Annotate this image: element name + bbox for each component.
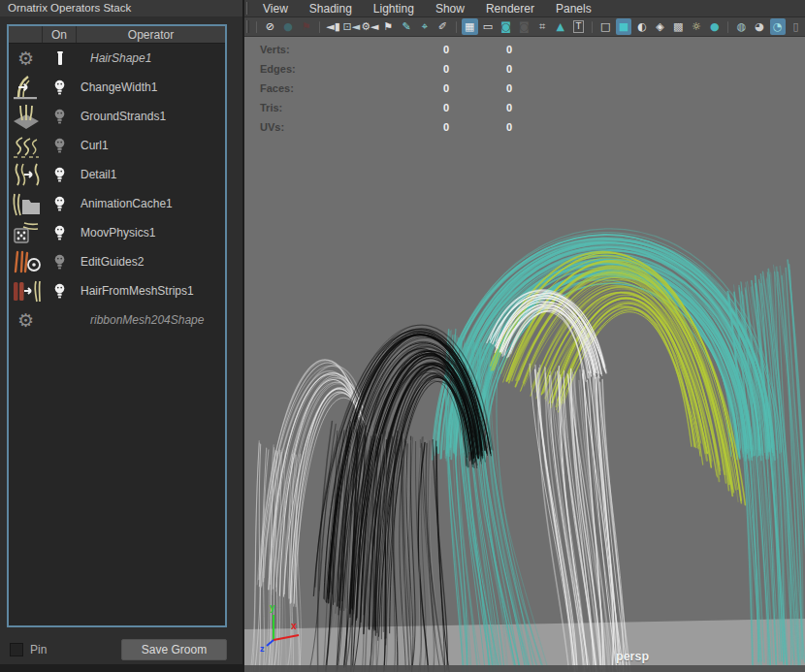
- menubar-drag-handle[interactable]: [246, 2, 249, 15]
- axis-x-label: x: [291, 621, 297, 631]
- motion-blur-icon[interactable]: ◕: [752, 18, 768, 35]
- toolbar-separator: [727, 21, 728, 33]
- operator-label: MoovPhysics1: [77, 226, 225, 240]
- operator-row-MoovPhysics1[interactable]: MoovPhysics1: [9, 218, 225, 247]
- moov-physics-icon: [9, 220, 43, 245]
- toolbar-separator: [592, 21, 593, 33]
- operator-label: ribbonMesh204Shape: [77, 313, 225, 327]
- operator-row-AnimationCache1[interactable]: AnimationCache1: [9, 189, 225, 218]
- toolbar-separator: [256, 21, 257, 33]
- paint-select-icon[interactable]: ✐: [435, 18, 451, 35]
- visibility-bulb-toggle[interactable]: [43, 283, 77, 300]
- wireframe-icon[interactable]: □: [597, 18, 614, 35]
- hud-text-icon[interactable]: T: [570, 18, 587, 35]
- resolution-gate-icon[interactable]: ◙: [498, 18, 514, 35]
- viewport-menubar: ViewShadingLightingShowRendererPanels: [244, 0, 805, 17]
- operator-column-header: Operator: [77, 26, 225, 43]
- poly-count-hud: Verts:00Edges:00Faces:00Tris:00UVs:00: [260, 41, 512, 138]
- operator-row-Curl1[interactable]: Curl1: [9, 131, 225, 160]
- exposure-icon[interactable]: ◔: [770, 18, 787, 35]
- lights-icon[interactable]: ☼: [689, 18, 705, 35]
- ground-strands-icon: [9, 104, 43, 129]
- render-bar-toggle[interactable]: [43, 50, 77, 67]
- textured-icon[interactable]: ◈: [652, 18, 668, 35]
- animation-cache-icon: [9, 191, 43, 216]
- visibility-bulb-toggle[interactable]: [43, 109, 77, 125]
- shaded-icon[interactable]: ■: [616, 18, 632, 35]
- gear-icon: ⚙: [9, 311, 43, 330]
- hud-row-verts: Verts:00: [260, 41, 512, 60]
- camera-gate-icon[interactable]: ⚙◄: [362, 18, 378, 35]
- lock-camera-icon[interactable]: ⊡◄: [343, 18, 360, 35]
- grease-pencil-icon[interactable]: ✎: [399, 18, 415, 35]
- edit-guides-icon: [9, 249, 43, 274]
- menu-view[interactable]: View: [252, 0, 299, 17]
- lit-sphere-icon[interactable]: ◐: [633, 18, 650, 35]
- operator-label: Curl1: [77, 139, 225, 152]
- operator-row-EditGuides2[interactable]: EditGuides2: [9, 247, 225, 276]
- clipped-edge-icon[interactable]: ▯: [788, 18, 804, 35]
- menu-show[interactable]: Show: [425, 0, 475, 17]
- shadows-icon[interactable]: ●: [706, 18, 723, 35]
- 3d-viewport[interactable]: y x z Verts:00Edges:00Faces:00Tris:00UVs…: [244, 37, 805, 672]
- toolbar-drag-handle[interactable]: [246, 20, 249, 33]
- select-through-icon[interactable]: ⊘: [262, 18, 278, 35]
- camera-name-label: persp: [616, 650, 649, 663]
- operator-row-HairShape1[interactable]: ⚙ HairShape1: [9, 44, 225, 73]
- film-gate-icon[interactable]: ▭: [480, 18, 497, 35]
- bookmark-icon[interactable]: ⚑: [380, 18, 397, 35]
- hud-row-faces: Faces:00: [260, 80, 512, 99]
- operator-label: GroundStrands1: [77, 110, 225, 123]
- hud-row-edges: Edges:00: [260, 60, 512, 80]
- isolate-select-icon[interactable]: ●: [280, 18, 297, 35]
- icon-column-header: [9, 26, 43, 43]
- image-plane-icon[interactable]: ▲: [552, 18, 568, 35]
- curl-icon: [9, 133, 43, 158]
- hair-from-mesh-strips-icon: [9, 278, 43, 304]
- panel-bottom-edge: [0, 664, 242, 672]
- change-width-icon: [9, 75, 43, 100]
- operator-row-ribbonMesh204Shape[interactable]: ⚙ribbonMesh204Shape: [9, 305, 225, 335]
- pin-label: Pin: [30, 643, 47, 656]
- visibility-bulb-toggle[interactable]: [43, 138, 77, 154]
- viewport-panel: ViewShadingLightingShowRendererPanels ⊘●…: [244, 0, 805, 672]
- hair-strands: [250, 229, 805, 672]
- gate-mask-icon[interactable]: ◙: [516, 18, 532, 35]
- zoom-select-icon[interactable]: ⌖: [416, 18, 433, 35]
- operator-row-GroundStrands1[interactable]: GroundStrands1: [9, 102, 225, 131]
- operator-label: HairFromMeshStrips1: [77, 284, 225, 298]
- operator-label: EditGuides2: [77, 255, 225, 269]
- axis-y-label: y: [270, 602, 275, 613]
- visibility-bulb-toggle[interactable]: [43, 167, 77, 183]
- operator-row-Detail1[interactable]: Detail1: [9, 160, 225, 189]
- operator-row-ChangeWidth1[interactable]: ChangeWidth1: [9, 73, 225, 102]
- camera-attributes-icon[interactable]: ◄▮: [325, 18, 341, 35]
- visibility-bulb-toggle[interactable]: [43, 225, 77, 241]
- operators-stack-panel: Ornatrix Operators Stack On Operator ⚙ H…: [0, 0, 242, 672]
- menu-renderer[interactable]: Renderer: [475, 0, 545, 17]
- ornatrix-maya-window: Ornatrix Operators Stack On Operator ⚙ H…: [0, 0, 805, 672]
- operator-label: ChangeWidth1: [77, 80, 225, 94]
- panel-title: Ornatrix Operators Stack: [0, 0, 242, 16]
- panel-footer: Pin Save Groom: [0, 639, 242, 662]
- pin-checkbox[interactable]: [10, 643, 23, 656]
- bookmark-inactive-icon[interactable]: ⚑: [298, 18, 314, 35]
- toolbar-separator: [456, 21, 457, 33]
- save-groom-button[interactable]: Save Groom: [121, 639, 227, 660]
- operator-label: HairShape1: [77, 51, 225, 65]
- menu-panels[interactable]: Panels: [545, 0, 602, 17]
- gear-icon: ⚙: [9, 49, 43, 68]
- menu-lighting[interactable]: Lighting: [363, 0, 425, 17]
- operators-table: On Operator ⚙ HairShape1 ChangeWidth1 Gr…: [7, 24, 227, 627]
- operator-row-HairFromMeshStrips1[interactable]: HairFromMeshStrips1: [9, 276, 225, 305]
- visibility-bulb-toggle[interactable]: [43, 196, 77, 212]
- field-chart-icon[interactable]: ⌗: [534, 18, 551, 35]
- visibility-bulb-toggle[interactable]: [43, 80, 77, 96]
- ao-icon[interactable]: ◍: [733, 18, 750, 35]
- visibility-bulb-toggle[interactable]: [43, 254, 77, 271]
- on-column-header: On: [43, 26, 77, 43]
- operator-label: Detail1: [77, 168, 225, 181]
- wireframe-on-shaded-icon[interactable]: ▩: [670, 18, 687, 35]
- menu-shading[interactable]: Shading: [299, 0, 363, 17]
- grid-icon[interactable]: ▦: [462, 18, 478, 35]
